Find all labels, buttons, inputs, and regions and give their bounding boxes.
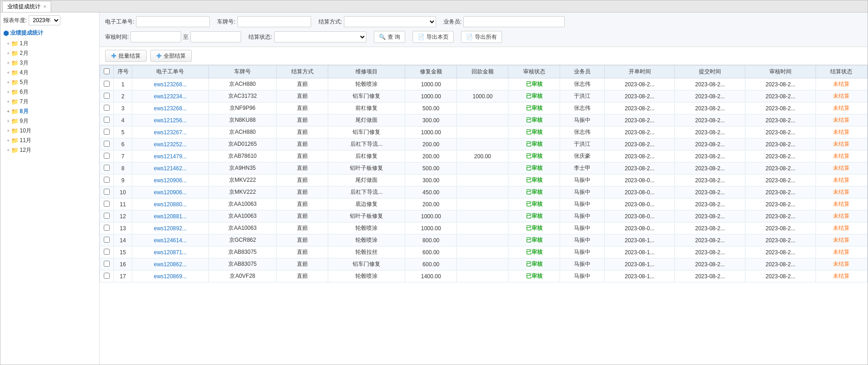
row-checkbox[interactable] bbox=[100, 114, 114, 126]
ews-link[interactable]: ews120906... bbox=[154, 177, 187, 184]
ews-link[interactable]: ews124614... bbox=[154, 237, 187, 244]
row-check-4[interactable] bbox=[104, 117, 110, 123]
row-refund: 200.00 bbox=[457, 150, 508, 162]
row-ews[interactable]: ews120892... bbox=[132, 222, 209, 234]
sidebar-item-month-11月[interactable]: +📁11月 bbox=[3, 136, 96, 145]
ews-link[interactable]: ews123267... bbox=[154, 129, 187, 136]
sidebar-item-month-2月[interactable]: +📁2月 bbox=[3, 48, 96, 58]
sidebar-item-month-10月[interactable]: +📁10月 bbox=[3, 126, 96, 136]
tree-root-label[interactable]: ⬢ 业绩提成统计 bbox=[3, 29, 96, 37]
ews-link[interactable]: ews120880... bbox=[154, 201, 187, 208]
ews-link[interactable]: ews120869... bbox=[154, 273, 187, 280]
ews-link[interactable]: ews120871... bbox=[154, 249, 187, 256]
row-ews[interactable]: ews121462... bbox=[132, 162, 209, 174]
sidebar-item-month-3月[interactable]: +📁3月 bbox=[3, 58, 96, 68]
row-check-15[interactable] bbox=[104, 249, 110, 255]
row-checkbox[interactable] bbox=[100, 174, 114, 186]
year-select[interactable]: 2023年 bbox=[29, 15, 60, 25]
row-checkbox[interactable] bbox=[100, 90, 114, 102]
row-checkbox[interactable] bbox=[100, 258, 114, 270]
row-checkbox[interactable] bbox=[100, 162, 114, 174]
row-ews[interactable]: ews123268... bbox=[132, 102, 209, 114]
row-check-12[interactable] bbox=[104, 213, 110, 219]
ews-link[interactable]: ews121256... bbox=[154, 117, 187, 124]
row-ews[interactable]: ews120881... bbox=[132, 210, 209, 222]
row-ews[interactable]: ews123268... bbox=[132, 78, 209, 90]
row-check-8[interactable] bbox=[104, 165, 110, 171]
row-ews[interactable]: ews120862... bbox=[132, 258, 209, 270]
row-checkbox[interactable] bbox=[100, 246, 114, 258]
sidebar-item-month-4月[interactable]: +📁4月 bbox=[3, 68, 96, 78]
settlement-select[interactable] bbox=[344, 16, 436, 27]
ews-link[interactable]: ews123234... bbox=[154, 93, 187, 100]
ews-link[interactable]: ews120906... bbox=[154, 189, 187, 196]
row-check-10[interactable] bbox=[104, 189, 110, 195]
row-ews[interactable]: ews120906... bbox=[132, 186, 209, 198]
ews-input[interactable] bbox=[136, 16, 210, 27]
row-checkbox[interactable] bbox=[100, 270, 114, 282]
row-check-11[interactable] bbox=[104, 201, 110, 207]
ews-link[interactable]: ews121462... bbox=[154, 165, 187, 172]
query-button[interactable]: 🔍 查 询 bbox=[374, 31, 405, 43]
row-checkbox[interactable] bbox=[100, 138, 114, 150]
audit-time-from-input[interactable] bbox=[130, 31, 181, 42]
ews-link[interactable]: ews120892... bbox=[154, 225, 187, 232]
select-all-checkbox[interactable] bbox=[104, 68, 110, 74]
sidebar-item-month-7月[interactable]: +📁7月 bbox=[3, 97, 96, 107]
row-ews[interactable]: ews121479... bbox=[132, 150, 209, 162]
settle-status-select[interactable] bbox=[274, 31, 366, 42]
tab-close-button[interactable]: × bbox=[43, 4, 46, 9]
row-checkbox[interactable] bbox=[100, 222, 114, 234]
ews-link[interactable]: ews121479... bbox=[154, 153, 187, 160]
row-checkbox[interactable] bbox=[100, 234, 114, 246]
export-all-button[interactable]: 📄 导出所有 bbox=[461, 31, 502, 43]
row-checkbox[interactable] bbox=[100, 186, 114, 198]
export-page-button[interactable]: 📄 导出本页 bbox=[413, 31, 454, 43]
tab-performance[interactable]: 业绩提成统计 × bbox=[2, 1, 51, 12]
sidebar-item-month-1月[interactable]: +📁1月 bbox=[3, 39, 96, 48]
row-checkbox[interactable] bbox=[100, 78, 114, 90]
row-check-16[interactable] bbox=[104, 261, 110, 267]
row-checkbox[interactable] bbox=[100, 150, 114, 162]
sidebar-item-month-8月[interactable]: +📁8月 bbox=[3, 107, 96, 116]
ews-link[interactable]: ews120862... bbox=[154, 261, 187, 268]
row-ews[interactable]: ews121256... bbox=[132, 114, 209, 126]
batch-settle-button[interactable]: ✚ 批量结算 bbox=[105, 50, 147, 62]
audit-time-to-input[interactable] bbox=[190, 31, 241, 42]
row-check-17[interactable] bbox=[104, 273, 110, 279]
salesman-input[interactable] bbox=[463, 16, 565, 27]
row-check-9[interactable] bbox=[104, 177, 110, 183]
row-ews[interactable]: ews120871... bbox=[132, 246, 209, 258]
row-check-5[interactable] bbox=[104, 129, 110, 135]
row-checkbox[interactable] bbox=[100, 210, 114, 222]
row-checkbox[interactable] bbox=[100, 102, 114, 114]
row-amount: 500.00 bbox=[405, 102, 457, 114]
sidebar-item-month-6月[interactable]: +📁6月 bbox=[3, 87, 96, 97]
plate-input[interactable] bbox=[237, 16, 311, 27]
row-ews[interactable]: ews124614... bbox=[132, 234, 209, 246]
row-check-2[interactable] bbox=[104, 93, 110, 99]
row-ews[interactable]: ews120880... bbox=[132, 198, 209, 210]
ews-link[interactable]: ews123268... bbox=[154, 81, 187, 88]
row-ews[interactable]: ews123267... bbox=[132, 126, 209, 138]
row-check-6[interactable] bbox=[104, 141, 110, 147]
header-checkbox[interactable] bbox=[100, 66, 114, 78]
ews-link[interactable]: ews123268... bbox=[154, 105, 187, 112]
ews-link[interactable]: ews120881... bbox=[154, 213, 187, 220]
ews-link[interactable]: ews123252... bbox=[154, 141, 187, 148]
row-ews[interactable]: ews120906... bbox=[132, 174, 209, 186]
row-check-3[interactable] bbox=[104, 105, 110, 111]
all-settle-button[interactable]: ✚ 全部结算 bbox=[150, 50, 192, 62]
row-checkbox[interactable] bbox=[100, 198, 114, 210]
row-check-14[interactable] bbox=[104, 237, 110, 243]
row-ews[interactable]: ews123234... bbox=[132, 90, 209, 102]
row-check-1[interactable] bbox=[104, 81, 110, 87]
row-checkbox[interactable] bbox=[100, 126, 114, 138]
row-check-7[interactable] bbox=[104, 153, 110, 159]
row-ews[interactable]: ews123252... bbox=[132, 138, 209, 150]
row-ews[interactable]: ews120869... bbox=[132, 270, 209, 282]
sidebar-item-month-9月[interactable]: +📁9月 bbox=[3, 116, 96, 126]
row-check-13[interactable] bbox=[104, 225, 110, 231]
sidebar-item-month-12月[interactable]: +📁12月 bbox=[3, 145, 96, 155]
sidebar-item-month-5月[interactable]: +📁5月 bbox=[3, 78, 96, 87]
